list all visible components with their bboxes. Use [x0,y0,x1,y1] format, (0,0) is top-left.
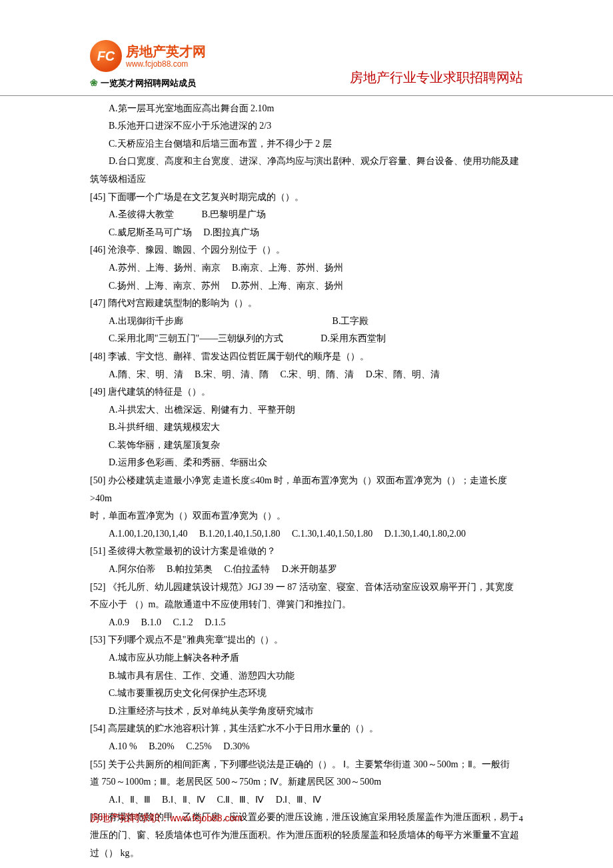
page-number: 4 [519,811,524,827]
logo-block: FC 房地产英才网 www.fcjob88.com ❀ 一览英才网招聘网站成员 [90,40,206,93]
text-line: A.圣彼得大教堂 B.巴黎明星广场 [90,206,523,224]
header-title: 房地产行业专业求职招聘网站 [350,65,523,93]
text-line: A.阿尔伯蒂 B.帕拉第奥 C.伯拉孟特 D.米开朗基罗 [90,561,523,579]
text-line: [48] 李诫、宇文恺、蒯祥、雷发达四位哲匠属于朝代的顺序是（）。 [90,348,523,366]
text-line: C.威尼斯圣马可广场 D.图拉真广场 [90,224,523,242]
text-line: A.Ⅰ、Ⅱ、Ⅲ B.Ⅰ、Ⅱ、Ⅳ C.Ⅱ、Ⅲ、Ⅳ D.Ⅰ、Ⅲ、Ⅳ [90,791,523,809]
logo-subtitle: ❀ 一览英才网招聘网站成员 [90,75,196,93]
logo-cn: 房地产英才网 [126,43,206,59]
text-line: [46] 沧浪亭、豫园、瞻园、个园分别位于（）。 [90,241,523,259]
text-line: [55] 关于公共厕所的相间距离，下列哪些说法是正确的（）。 Ⅰ。主要繁华街道 … [90,756,523,774]
text-line: [52] 《托儿所、幼儿园建筑设计规范》JGJ 39 一 87 活动室、寝室、音… [90,579,523,597]
text-line: B.城市具有居住、工作、交通、游憩四大功能 [90,667,523,685]
text-line: [53] 下列哪个观点不是"雅典宪章"提出的（）。 [90,631,523,649]
text-line: D.台口宽度、高度和主台宽度、进深、净高均应与演出剧种、观众厅容量、舞台设备、使… [90,153,523,171]
logo-badge: FC [90,40,122,72]
logo-text: 房地产英才网 www.fcjob88.com [126,43,206,69]
footer-url: www.fcjob88.com [170,813,243,823]
text-line: [54] 高层建筑的贮水池容积计算，其生活贮水不小于日用水量的（）。 [90,720,523,738]
text-line: A.第一层耳光室地面应高出舞台面 2.10m [90,100,523,118]
text-line: [47] 隋代对宫殿建筑型制的影响为（）。 [90,295,523,313]
leaf-icon: ❀ [90,75,98,93]
text-line: [50] 办公楼建筑走道最小净宽 走道长度≤40m 时，单面布置净宽为（）双面布… [90,472,523,507]
text-line: 泄压的门、窗、轻质墙体也可作为泄压面积。作为泄压面积的轻质屋盖和轻质墙体的每平方… [90,827,523,845]
text-line: A.0.9 B.1.0 C.1.2 D.1.5 [90,614,523,632]
text-line: [51] 圣彼得大教堂最初的设计方案是谁做的？ [90,543,523,561]
text-line: [45] 下面哪一个广场是在文艺复兴时期完成的（）。 [90,189,523,207]
text-line: D.运用多色彩画、柔和秀丽、华丽出众 [90,454,523,472]
page-footer: 房地产招聘求职：www.fcjob88.com 4 [90,809,523,828]
text-line: A.斗拱宏大、出檐深远、刚健有力、平整开朗 [90,401,523,419]
footer-left: 房地产招聘求职：www.fcjob88.com [90,809,243,828]
text-line: C.城市要重视历史文化何保护生态环境 [90,685,523,703]
text-line: 时，单面布置净宽为（）双面布置净宽为（）。 [90,507,523,525]
text-line: A.苏州、上海、扬州、南京 B.南京、上海、苏州、扬州 [90,259,523,277]
logo-row: FC 房地产英才网 www.fcjob88.com [90,40,206,72]
text-line: [49] 唐代建筑的特征是（）。 [90,383,523,401]
text-line: 不应小于 （）m。疏散通道中不应使用转门、弹簧门和推拉门。 [90,596,523,614]
text-line: A.出现御街千步廊 B.工字殿 [90,313,523,331]
text-line: 过（） kg。 [90,845,523,863]
text-line: C.采用北周"三朝五门"——三朝纵列的方式 D.采用东西堂制 [90,330,523,348]
text-line: A.城市应从功能上解决各种矛盾 [90,649,523,667]
text-line: C.天桥应沿主台侧墙和后墙三面布置，并不得少于 2 层 [90,135,523,153]
logo-sub-text: 一览英才网招聘网站成员 [101,75,196,92]
page-header: FC 房地产英才网 www.fcjob88.com ❀ 一览英才网招聘网站成员 … [0,0,613,96]
text-line: A.10 % B.20% C.25% D.30% [90,738,523,756]
text-line: A.隋、宋、明、清 B.宋、明、清、隋 C.宋、明、隋、清 D.宋、隋、明、清 [90,366,523,384]
text-line: 道 750～1000m；Ⅲ。老居民区 500～750m；Ⅳ。新建居民区 300～… [90,773,523,791]
text-line: B.乐池开口进深不应小于乐池进深的 2/3 [90,117,523,135]
text-line: D.注重经济与技术，反对单纯从美学角度研究城市 [90,703,523,721]
text-line: 筑等级相适应 [90,171,523,189]
document-body: A.第一层耳光室地面应高出舞台面 2.10mB.乐池开口进深不应小于乐池进深的 … [0,100,613,863]
text-line: C.扬州、上海、南京、苏州 D.苏州、上海、南京、扬州 [90,277,523,295]
logo-url: www.fcjob88.com [126,59,206,69]
text-line: B.斗拱纤细、建筑规模宏大 [90,419,523,437]
text-line: C.装饰华丽，建筑屋顶复杂 [90,437,523,455]
footer-label: 房地产招聘求职： [90,813,170,823]
text-line: A.1.00,1.20,130,1,40 B.1.20,1.40,1.50,1.… [90,525,523,543]
